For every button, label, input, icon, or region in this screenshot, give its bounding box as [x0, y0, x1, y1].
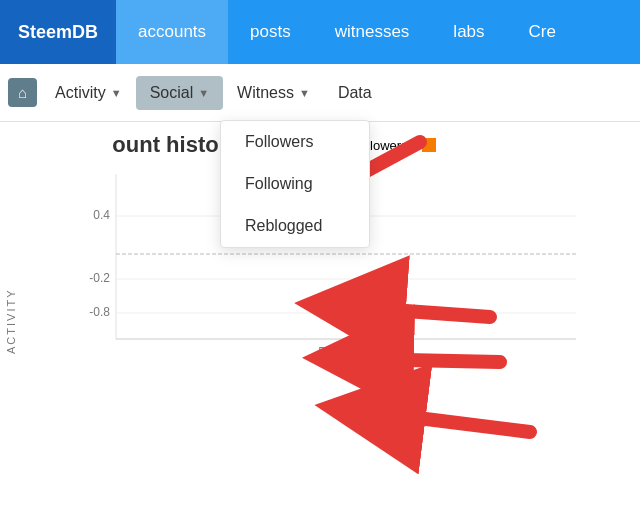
tab-activity[interactable]: Activity ▼	[41, 76, 136, 110]
nav-item-posts[interactable]: posts	[228, 0, 313, 64]
social-dropdown: Followers Following Reblogged	[220, 120, 370, 248]
chevron-down-icon: ▼	[198, 87, 209, 99]
site-brand[interactable]: SteemDB	[0, 0, 116, 64]
y-axis-label: ACTIVITY	[0, 122, 22, 521]
subtabs-bar: ⌂ Activity ▼ Social ▼ Witness ▼ Data Fol…	[0, 64, 640, 122]
svg-text:-0.8: -0.8	[89, 305, 110, 319]
nav-item-cre[interactable]: Cre	[507, 0, 578, 64]
tab-social[interactable]: Social ▼	[136, 76, 223, 110]
dropdown-item-reblogged[interactable]: Reblogged	[221, 205, 369, 247]
svg-text:0.4: 0.4	[93, 208, 110, 222]
svg-text:-0.2: -0.2	[89, 271, 110, 285]
nav-item-accounts[interactable]: accounts	[116, 0, 228, 64]
svg-text:December: December	[318, 345, 373, 359]
legend-other	[422, 138, 436, 152]
dropdown-item-followers[interactable]: Followers	[221, 121, 369, 163]
chevron-down-icon: ▼	[111, 87, 122, 99]
nav-item-witnesses[interactable]: witnesses	[313, 0, 432, 64]
nav-item-labs[interactable]: labs	[431, 0, 506, 64]
svg-text:2021: 2021	[333, 360, 360, 374]
chevron-down-icon: ▼	[299, 87, 310, 99]
home-icon: ⌂	[18, 84, 27, 101]
legend-other-color	[422, 138, 436, 152]
dropdown-item-following[interactable]: Following	[221, 163, 369, 205]
tab-witness[interactable]: Witness ▼	[223, 76, 324, 110]
home-tab[interactable]: ⌂	[8, 78, 37, 107]
tab-data[interactable]: Data	[324, 76, 386, 110]
chart-title: Account history	[72, 132, 239, 158]
